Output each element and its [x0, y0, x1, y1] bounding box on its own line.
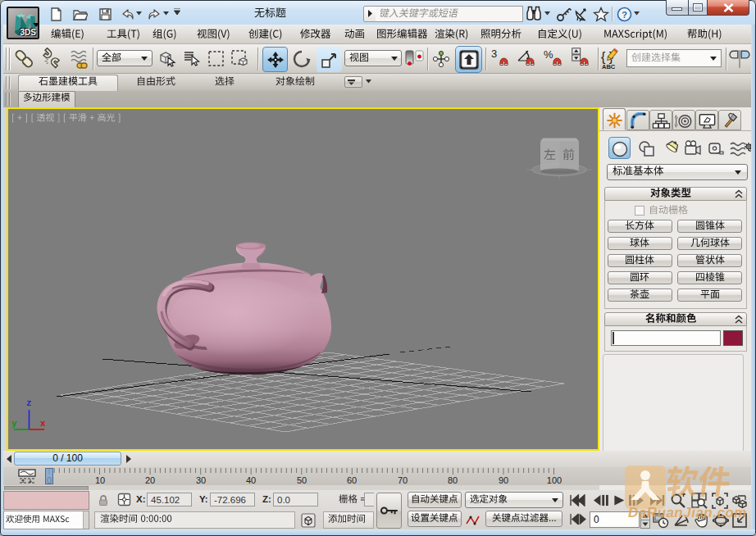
svg-text:30: 30 [196, 475, 206, 485]
svg-text:3: 3 [491, 48, 497, 60]
svg-text:x: x [40, 419, 46, 429]
svg-text:50: 50 [297, 475, 307, 485]
svg-text:70: 70 [398, 475, 408, 485]
svg-text:?: ? [622, 10, 627, 20]
svg-text:20: 20 [145, 475, 155, 485]
svg-text:10: 10 [95, 475, 105, 485]
svg-text:80: 80 [448, 475, 458, 485]
svg-text:ABC: ABC [602, 63, 616, 70]
svg-text:100: 100 [547, 475, 562, 485]
svg-text:%: % [544, 48, 553, 61]
svg-text:90: 90 [499, 475, 508, 485]
svg-text:z: z [26, 398, 32, 408]
svg-text:40: 40 [246, 475, 256, 485]
svg-text:y: y [11, 419, 17, 429]
svg-text:60: 60 [347, 475, 357, 485]
